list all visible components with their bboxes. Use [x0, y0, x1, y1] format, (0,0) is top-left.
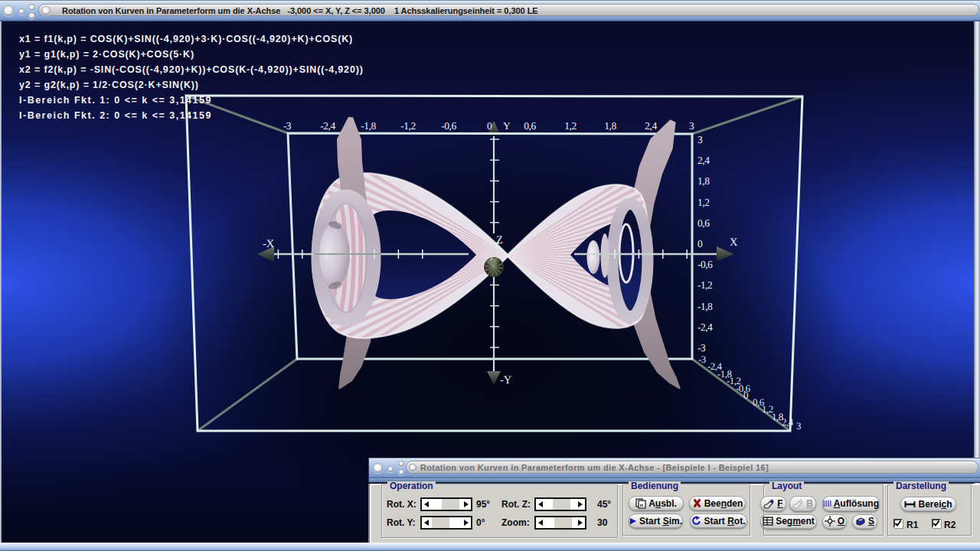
svg-text:-Y: -Y [500, 374, 512, 386]
svg-text:-1,2: -1,2 [400, 120, 415, 132]
svg-text:-2,4: -2,4 [697, 321, 713, 333]
svg-text:0: 0 [697, 238, 703, 249]
svg-text:2,4: 2,4 [645, 120, 657, 132]
svg-text:z: z [490, 254, 494, 262]
svg-text:3: 3 [796, 420, 801, 432]
svg-text:-3: -3 [697, 342, 706, 354]
svg-text:X: X [730, 236, 738, 249]
svg-text:0,6: 0,6 [697, 217, 710, 229]
svg-text:-3: -3 [698, 354, 706, 365]
svg-text:0: 0 [487, 120, 492, 132]
svg-text:1,2: 1,2 [697, 197, 709, 208]
svg-text:-1,8: -1,8 [697, 301, 713, 312]
svg-text:-2,4: -2,4 [320, 120, 335, 132]
svg-text:2,4: 2,4 [782, 416, 794, 428]
svg-text:-X: -X [263, 238, 275, 250]
svg-text:Z: Z [496, 234, 503, 246]
svg-text:-0,6: -0,6 [697, 259, 713, 270]
svg-text:2,4: 2,4 [697, 155, 710, 166]
svg-text:-3: -3 [283, 120, 292, 132]
svg-text:1,2: 1,2 [564, 120, 576, 132]
svg-text:0,6: 0,6 [524, 120, 536, 132]
svg-text:-1,2: -1,2 [697, 279, 712, 291]
svg-text:1,8: 1,8 [697, 175, 710, 187]
svg-text:3: 3 [697, 134, 703, 145]
svg-text:-0,6: -0,6 [441, 120, 456, 132]
svg-text:Y: Y [503, 120, 511, 132]
svg-text:0: 0 [743, 390, 748, 401]
svg-text:3: 3 [689, 120, 694, 132]
svg-text:1,8: 1,8 [604, 120, 616, 132]
svg-text:-1,8: -1,8 [361, 120, 376, 132]
